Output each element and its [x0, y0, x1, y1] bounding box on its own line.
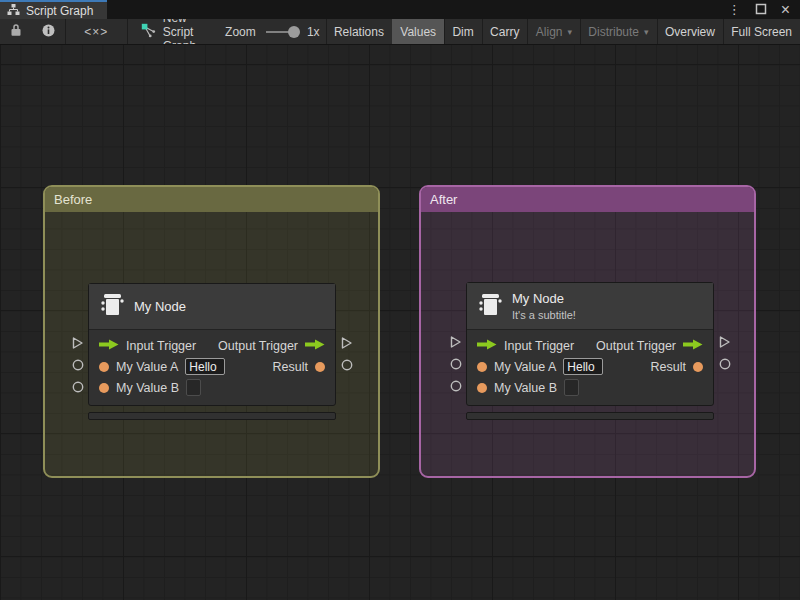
- flow-input-proxy-icon[interactable]: [449, 335, 462, 349]
- value-port-icon[interactable]: [693, 362, 703, 372]
- input-trigger-label: Input Trigger: [504, 339, 574, 353]
- node-footer: [88, 412, 336, 420]
- flow-arrow-icon[interactable]: [305, 339, 325, 353]
- flow-arrow-icon[interactable]: [99, 339, 119, 353]
- output-trigger-label: Output Trigger: [596, 339, 676, 353]
- flow-arrow-icon[interactable]: [477, 339, 497, 353]
- maximize-icon[interactable]: [755, 1, 767, 19]
- info-icon: [42, 24, 55, 40]
- group-before-title: Before: [54, 192, 92, 207]
- group-after-header[interactable]: After: [421, 187, 754, 212]
- tab-strip: Script Graph ⋮ ×: [0, 0, 800, 19]
- distribute-label: Distribute: [588, 25, 639, 39]
- port-row: My Value B: [467, 377, 713, 398]
- align-label: Align: [536, 25, 563, 39]
- node-my-node-after[interactable]: My Node It's a subtitle! Input Trigger: [466, 282, 714, 420]
- kebab-menu-icon[interactable]: ⋮: [728, 3, 741, 16]
- full-screen-button[interactable]: Full Screen: [723, 19, 800, 44]
- input-trigger-label: Input Trigger: [126, 339, 196, 353]
- value-input-proxy-icon[interactable]: [450, 358, 462, 370]
- carry-button[interactable]: Carry: [482, 19, 527, 44]
- result-label: Result: [651, 360, 686, 374]
- port-row: My Value B: [89, 377, 335, 398]
- value-port-icon[interactable]: [315, 362, 325, 372]
- info-button[interactable]: [32, 19, 65, 44]
- value-port-icon[interactable]: [99, 383, 109, 393]
- port-row: My Value A Result: [89, 356, 335, 377]
- value-a-label: My Value A: [116, 360, 178, 374]
- value-b-input[interactable]: [186, 379, 201, 396]
- value-input-proxy-icon[interactable]: [72, 359, 84, 371]
- value-b-input[interactable]: [564, 379, 579, 396]
- value-b-label: My Value B: [116, 381, 179, 395]
- node-body: Input Trigger Output Trigger: [89, 330, 335, 405]
- node-my-node-before[interactable]: My Node Input Trigger: [88, 283, 336, 420]
- chevron-down-icon: ▾: [567, 27, 572, 37]
- value-port-icon[interactable]: [477, 362, 487, 372]
- window-controls: ⋮ ×: [728, 0, 800, 19]
- relations-button[interactable]: Relations: [326, 19, 392, 44]
- value-a-input[interactable]: [563, 358, 603, 375]
- graph-breadcrumb[interactable]: New Script Graph: [141, 19, 196, 44]
- script-graph-icon: [7, 3, 20, 19]
- align-dropdown[interactable]: Align ▾: [528, 19, 580, 44]
- group-after[interactable]: After: [419, 185, 756, 478]
- value-output-proxy-icon[interactable]: [719, 358, 731, 370]
- value-output-proxy-icon[interactable]: [341, 359, 353, 371]
- group-before[interactable]: Before: [43, 185, 380, 478]
- value-a-label: My Value A: [494, 360, 556, 374]
- node-footer: [466, 412, 714, 420]
- graph-canvas[interactable]: Before: [0, 45, 800, 600]
- lock-icon: [10, 23, 22, 40]
- overview-button[interactable]: Overview: [657, 19, 723, 44]
- node-title: My Node: [134, 299, 186, 314]
- tab-label: Script Graph: [26, 4, 93, 18]
- chevron-down-icon: ▾: [644, 27, 649, 37]
- lock-button[interactable]: [0, 19, 32, 44]
- tabbar-spacer: [107, 0, 727, 19]
- script-graph-window: Script Graph ⋮ ×: [0, 0, 800, 600]
- value-input-proxy-icon[interactable]: [450, 380, 462, 392]
- zoom-label: Zoom: [225, 25, 256, 39]
- code-preview-button[interactable]: <×>: [65, 19, 127, 44]
- value-a-input[interactable]: [185, 358, 225, 375]
- zoom-slider[interactable]: [266, 31, 297, 33]
- zoom-slider-handle[interactable]: [288, 26, 300, 38]
- flow-output-proxy-icon[interactable]: [718, 335, 731, 349]
- port-row: My Value A Result: [467, 356, 713, 377]
- node-icon: [477, 292, 503, 321]
- value-b-label: My Value B: [494, 381, 557, 395]
- value-port-icon[interactable]: [477, 383, 487, 393]
- node-header[interactable]: My Node: [89, 284, 335, 330]
- node-subtitle: It's a subtitle!: [512, 309, 576, 321]
- dim-button[interactable]: Dim: [444, 19, 481, 44]
- group-before-header[interactable]: Before: [45, 187, 378, 212]
- values-button[interactable]: Values: [392, 19, 444, 44]
- close-icon[interactable]: ×: [781, 2, 790, 18]
- port-row: Input Trigger Output Trigger: [467, 335, 713, 356]
- node-header[interactable]: My Node It's a subtitle!: [467, 283, 713, 330]
- flow-arrow-icon[interactable]: [683, 339, 703, 353]
- value-port-icon[interactable]: [99, 362, 109, 372]
- flow-input-proxy-icon[interactable]: [71, 336, 84, 350]
- group-after-title: After: [430, 192, 457, 207]
- graph-toolbar: <×> New Script Graph Zoom 1x Relations V…: [0, 19, 800, 45]
- tab-script-graph[interactable]: Script Graph: [0, 0, 107, 19]
- flow-output-proxy-icon[interactable]: [340, 336, 353, 350]
- node-title: My Node: [512, 291, 576, 306]
- zoom-value: 1x: [307, 25, 320, 39]
- result-label: Result: [273, 360, 308, 374]
- distribute-dropdown[interactable]: Distribute ▾: [580, 19, 656, 44]
- graph-node-icon: [141, 23, 157, 41]
- node-icon: [99, 292, 125, 321]
- node-body: Input Trigger Output Trigger: [467, 330, 713, 405]
- port-row: Input Trigger Output Trigger: [89, 335, 335, 356]
- output-trigger-label: Output Trigger: [218, 339, 298, 353]
- graph-breadcrumb-label: New Script Graph: [163, 19, 196, 45]
- value-input-proxy-icon[interactable]: [72, 381, 84, 393]
